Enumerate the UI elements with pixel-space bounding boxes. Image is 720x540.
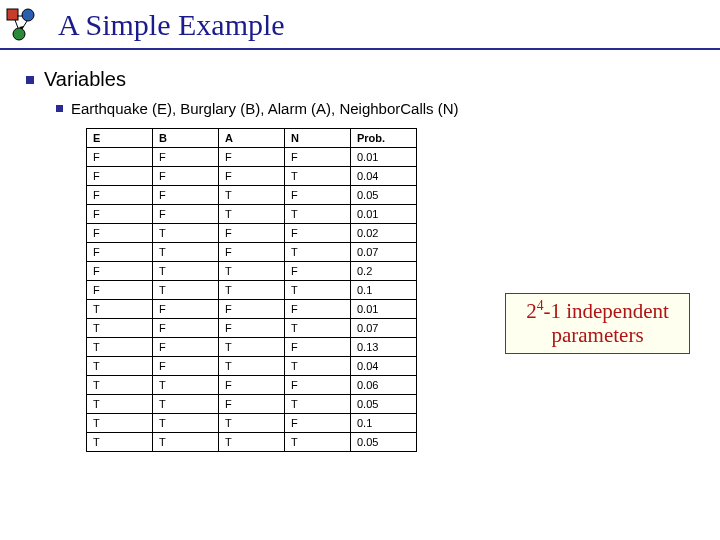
table-cell: F xyxy=(219,395,285,414)
svg-point-2 xyxy=(13,28,25,40)
table-cell: F xyxy=(153,167,219,186)
table-cell: T xyxy=(285,319,351,338)
table-cell: T xyxy=(219,338,285,357)
table-cell: F xyxy=(87,281,153,300)
table-cell: F xyxy=(285,338,351,357)
table-row: FFFF0.01 xyxy=(87,148,417,167)
table-cell: F xyxy=(87,167,153,186)
table-cell: F xyxy=(285,186,351,205)
table-cell: T xyxy=(219,186,285,205)
table-cell: F xyxy=(87,186,153,205)
title-underline xyxy=(0,48,720,50)
table-cell: F xyxy=(153,319,219,338)
table-cell: T xyxy=(87,395,153,414)
table-row: TTFF0.06 xyxy=(87,376,417,395)
slide-logo-icon xyxy=(6,6,46,42)
table-cell: F xyxy=(285,262,351,281)
svg-line-4 xyxy=(15,20,18,28)
table-cell: T xyxy=(219,205,285,224)
table-row: TFFF0.01 xyxy=(87,300,417,319)
table-cell: F xyxy=(285,376,351,395)
callout-base: 2 xyxy=(526,299,537,323)
table-row: FFFT0.04 xyxy=(87,167,417,186)
table-cell: 0.01 xyxy=(351,300,417,319)
table-cell: T xyxy=(285,395,351,414)
col-header: A xyxy=(219,129,285,148)
table-cell: F xyxy=(153,205,219,224)
table-cell: T xyxy=(219,357,285,376)
bullet-level-2-text: Earthquake (E), Burglary (B), Alarm (A),… xyxy=(71,100,459,117)
table-cell: F xyxy=(87,262,153,281)
table-cell: 0.02 xyxy=(351,224,417,243)
table-cell: T xyxy=(87,300,153,319)
table-cell: F xyxy=(285,300,351,319)
table-cell: 0.1 xyxy=(351,281,417,300)
table-cell: T xyxy=(153,376,219,395)
table-cell: 0.06 xyxy=(351,376,417,395)
table-cell: T xyxy=(219,433,285,452)
table-cell: F xyxy=(219,376,285,395)
table-row: FFTF0.05 xyxy=(87,186,417,205)
table-cell: T xyxy=(285,243,351,262)
table-cell: F xyxy=(87,243,153,262)
table-cell: 0.07 xyxy=(351,243,417,262)
table-row: FTFT0.07 xyxy=(87,243,417,262)
table-cell: F xyxy=(219,243,285,262)
table-cell: T xyxy=(87,357,153,376)
table-cell: T xyxy=(87,338,153,357)
table-row: TTTT0.05 xyxy=(87,433,417,452)
table-row: TFTT0.04 xyxy=(87,357,417,376)
col-header: B xyxy=(153,129,219,148)
table-cell: 0.2 xyxy=(351,262,417,281)
table-cell: F xyxy=(219,148,285,167)
table-cell: 0.05 xyxy=(351,395,417,414)
table-cell: F xyxy=(153,186,219,205)
table-cell: 0.04 xyxy=(351,357,417,376)
table-cell: F xyxy=(219,300,285,319)
table-body: FFFF0.01FFFT0.04FFTF0.05FFTT0.01FTFF0.02… xyxy=(87,148,417,452)
table-cell: F xyxy=(153,300,219,319)
table-cell: 0.13 xyxy=(351,338,417,357)
table-cell: F xyxy=(87,148,153,167)
table-cell: 0.07 xyxy=(351,319,417,338)
probability-table: E B A N Prob. FFFF0.01FFFT0.04FFTF0.05FF… xyxy=(86,128,417,452)
table-cell: F xyxy=(219,319,285,338)
square-bullet-icon xyxy=(56,105,63,112)
table-cell: F xyxy=(219,167,285,186)
table-cell: F xyxy=(285,414,351,433)
col-header: Prob. xyxy=(351,129,417,148)
table-cell: T xyxy=(285,167,351,186)
table-row: FTTF0.2 xyxy=(87,262,417,281)
table-cell: F xyxy=(153,338,219,357)
table-cell: T xyxy=(153,243,219,262)
table-cell: T xyxy=(153,262,219,281)
table-cell: T xyxy=(285,433,351,452)
svg-rect-0 xyxy=(7,9,18,20)
table-cell: T xyxy=(153,395,219,414)
table-cell: 0.05 xyxy=(351,186,417,205)
table-row: TTTF0.1 xyxy=(87,414,417,433)
table-cell: 0.04 xyxy=(351,167,417,186)
table-row: FFTT0.01 xyxy=(87,205,417,224)
table-cell: T xyxy=(153,414,219,433)
table-cell: T xyxy=(153,433,219,452)
col-header: N xyxy=(285,129,351,148)
table-cell: F xyxy=(219,224,285,243)
table-cell: T xyxy=(285,205,351,224)
table-cell: T xyxy=(219,281,285,300)
bullet-level-2: Earthquake (E), Burglary (B), Alarm (A),… xyxy=(56,100,459,117)
table-header-row: E B A N Prob. xyxy=(87,129,417,148)
table-cell: F xyxy=(87,224,153,243)
table-cell: T xyxy=(87,414,153,433)
table-cell: T xyxy=(285,357,351,376)
table-cell: 0.1 xyxy=(351,414,417,433)
table-cell: F xyxy=(285,224,351,243)
table-cell: T xyxy=(87,319,153,338)
table-cell: T xyxy=(153,224,219,243)
svg-point-1 xyxy=(22,9,34,21)
table-row: TTFT0.05 xyxy=(87,395,417,414)
table-row: TFFT0.07 xyxy=(87,319,417,338)
table-cell: T xyxy=(153,281,219,300)
callout-rest: -1 independent parameters xyxy=(543,299,668,347)
table-cell: 0.01 xyxy=(351,148,417,167)
